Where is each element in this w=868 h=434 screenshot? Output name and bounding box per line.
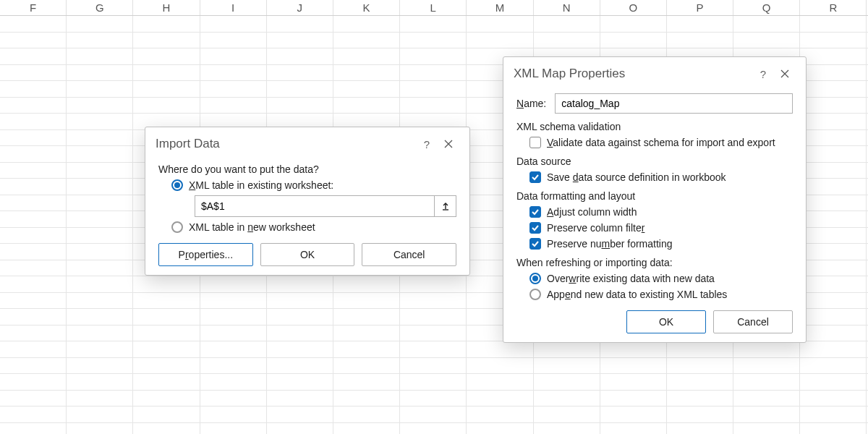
grid-cell[interactable] [333, 358, 400, 374]
grid-cell[interactable] [333, 341, 400, 357]
grid-cell[interactable] [133, 276, 200, 292]
grid-cell[interactable] [800, 374, 867, 390]
grid-cell[interactable] [534, 16, 600, 32]
grid-cell[interactable] [400, 16, 467, 32]
grid-cell[interactable] [0, 146, 67, 162]
grid-cell[interactable] [600, 358, 667, 374]
help-icon[interactable]: ? [752, 64, 774, 83]
grid-cell[interactable] [0, 65, 67, 81]
grid-cell[interactable] [67, 81, 133, 97]
grid-cell[interactable] [333, 309, 400, 325]
grid-cell[interactable] [133, 293, 200, 309]
grid-cell[interactable] [200, 48, 267, 64]
grid-cell[interactable] [133, 16, 200, 32]
grid-cell[interactable] [0, 407, 67, 422]
grid-cell[interactable] [400, 326, 467, 341]
grid-cell[interactable] [534, 358, 600, 374]
grid-cell[interactable] [0, 244, 67, 260]
grid-cell[interactable] [534, 374, 600, 390]
grid-cell[interactable] [67, 341, 133, 357]
grid-cell[interactable] [267, 341, 333, 357]
grid-cell[interactable] [600, 374, 667, 390]
grid-cell[interactable] [67, 33, 133, 48]
grid-cell[interactable] [800, 293, 867, 309]
grid-cell[interactable] [200, 293, 267, 309]
grid-cell[interactable] [733, 407, 800, 422]
grid-cell[interactable] [200, 98, 267, 114]
grid-cell[interactable] [200, 423, 267, 435]
checkbox-preserve-number[interactable]: Preserve number formatting [529, 238, 793, 250]
grid-cell[interactable] [67, 293, 133, 309]
column-header[interactable]: Q [733, 0, 800, 15]
grid-cell[interactable] [800, 16, 867, 32]
grid-cell[interactable] [267, 293, 333, 309]
grid-cell[interactable] [400, 276, 467, 292]
grid-cell[interactable] [400, 65, 467, 81]
properties-button[interactable]: Properties... [158, 243, 253, 266]
grid-cell[interactable] [267, 65, 333, 81]
grid-cell[interactable] [333, 276, 400, 292]
grid-cell[interactable] [800, 81, 867, 97]
grid-cell[interactable] [67, 65, 133, 81]
grid-cell[interactable] [333, 16, 400, 32]
grid-cell[interactable] [0, 48, 67, 64]
grid-cell[interactable] [67, 358, 133, 374]
grid-cell[interactable] [67, 276, 133, 292]
grid-cell[interactable] [200, 309, 267, 325]
grid-cell[interactable] [67, 130, 133, 146]
grid-cell[interactable] [600, 33, 667, 48]
grid-cell[interactable] [400, 341, 467, 357]
grid-cell[interactable] [400, 98, 467, 114]
grid-cell[interactable] [0, 179, 67, 195]
grid-cell[interactable] [0, 374, 67, 390]
grid-cell[interactable] [400, 81, 467, 97]
column-header[interactable]: L [400, 0, 467, 15]
grid-cell[interactable] [800, 326, 867, 341]
grid-cell[interactable] [133, 391, 200, 407]
grid-cell[interactable] [733, 374, 800, 390]
grid-cell[interactable] [800, 48, 867, 64]
grid-cell[interactable] [0, 341, 67, 357]
grid-cell[interactable] [67, 423, 133, 435]
grid-cell[interactable] [534, 341, 600, 357]
grid-cell[interactable] [0, 423, 67, 435]
grid-cell[interactable] [800, 358, 867, 374]
grid-cell[interactable] [534, 407, 600, 422]
grid-cell[interactable] [800, 407, 867, 422]
grid-cell[interactable] [267, 48, 333, 64]
grid-cell[interactable] [667, 407, 733, 422]
grid-cell[interactable] [0, 293, 67, 309]
column-header[interactable]: O [600, 0, 667, 15]
grid-cell[interactable] [0, 309, 67, 325]
grid-cell[interactable] [333, 33, 400, 48]
grid-cell[interactable] [467, 16, 533, 32]
grid-cell[interactable] [333, 48, 400, 64]
grid-cell[interactable] [267, 326, 333, 341]
column-header[interactable]: F [0, 0, 67, 15]
grid-cell[interactable] [133, 65, 200, 81]
column-header[interactable]: N [534, 0, 600, 15]
grid-cell[interactable] [333, 374, 400, 390]
grid-cell[interactable] [200, 358, 267, 374]
grid-cell[interactable] [534, 423, 600, 435]
name-input[interactable] [555, 93, 793, 114]
grid-cell[interactable] [800, 98, 867, 114]
grid-cell[interactable] [67, 228, 133, 244]
grid-cell[interactable] [67, 407, 133, 422]
grid-cell[interactable] [0, 195, 67, 211]
grid-cell[interactable] [467, 407, 533, 422]
column-header[interactable]: G [67, 0, 133, 15]
cell-reference-input[interactable] [195, 195, 456, 217]
grid-cell[interactable] [133, 341, 200, 357]
grid-cell[interactable] [333, 407, 400, 422]
grid-cell[interactable] [67, 195, 133, 211]
grid-cell[interactable] [467, 341, 533, 357]
radio-existing-worksheet[interactable]: XML table in existing worksheet: [171, 179, 456, 191]
grid-cell[interactable] [333, 98, 400, 114]
cell-reference-field[interactable] [195, 200, 434, 212]
grid-cell[interactable] [200, 391, 267, 407]
grid-cell[interactable] [267, 407, 333, 422]
grid-cell[interactable] [333, 423, 400, 435]
grid-cell[interactable] [267, 309, 333, 325]
grid-cell[interactable] [467, 33, 533, 48]
